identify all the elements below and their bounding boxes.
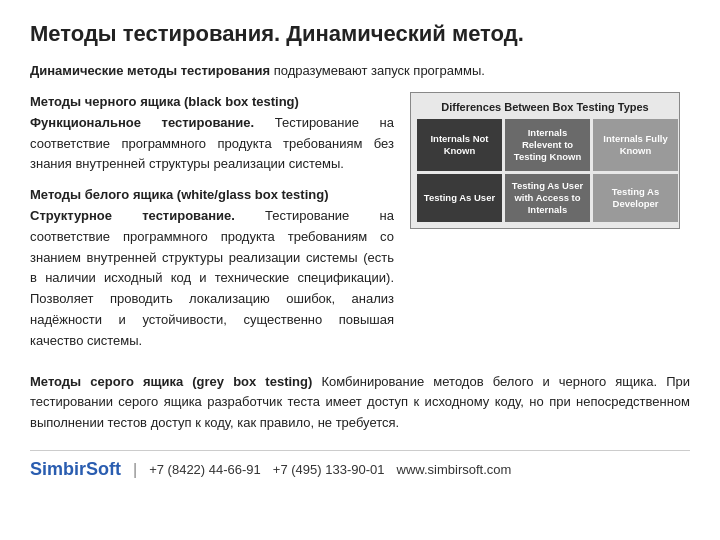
brand-name: SimbirSoft [30, 459, 121, 480]
box-testing-as-user-access: Testing As User with Access to Internals [505, 174, 590, 222]
white-box-title: Методы белого ящика (white/glass box tes… [30, 187, 328, 202]
website: www.simbirsoft.com [397, 462, 512, 477]
intro-bold: Динамические методы тестирования [30, 63, 270, 78]
box-testing-as-user: Testing As User [417, 174, 502, 222]
grey-box-section: Методы серого ящика (grey box testing) К… [30, 372, 690, 434]
page-title: Методы тестирования. Динамический метод. [30, 20, 690, 49]
box-internals-relevent: Internals Relevent to Testing Known [505, 119, 590, 171]
content-area: Методы черного ящика (black box testing)… [30, 92, 690, 362]
white-box-body: Тестирование на соответствие программног… [30, 208, 394, 348]
intro-rest: подразумевают запуск программы. [270, 63, 485, 78]
diagram-title: Differences Between Box Testing Types [417, 101, 673, 113]
white-box-section: Методы белого ящика (white/glass box tes… [30, 185, 394, 351]
black-box-section: Методы черного ящика (black box testing)… [30, 92, 394, 175]
phone2: +7 (495) 133-90-01 [273, 462, 385, 477]
black-box-subtitle: Функциональное тестирование. [30, 115, 254, 130]
footer-divider: | [133, 461, 137, 479]
footer: SimbirSoft | +7 (8422) 44-66-91 +7 (495)… [30, 450, 690, 480]
diagram-container: Differences Between Box Testing Types In… [410, 92, 680, 229]
intro-paragraph: Динамические методы тестирования подразу… [30, 61, 690, 81]
white-box-subtitle: Структурное тестирование. [30, 208, 235, 223]
black-box-title: Методы черного ящика (black box testing) [30, 94, 299, 109]
box-internals-not-known: Internals Not Known [417, 119, 502, 171]
boxes-grid: Internals Not Known Internals Relevent t… [417, 119, 673, 222]
box-testing-as-developer: Testing As Developer [593, 174, 678, 222]
phone1: +7 (8422) 44-66-91 [149, 462, 261, 477]
text-column: Методы черного ящика (black box testing)… [30, 92, 394, 362]
grey-box-title: Методы серого ящика (grey box testing) [30, 374, 312, 389]
box-internals-fully: Internals Fully Known [593, 119, 678, 171]
diagram-column: Differences Between Box Testing Types In… [410, 92, 690, 362]
